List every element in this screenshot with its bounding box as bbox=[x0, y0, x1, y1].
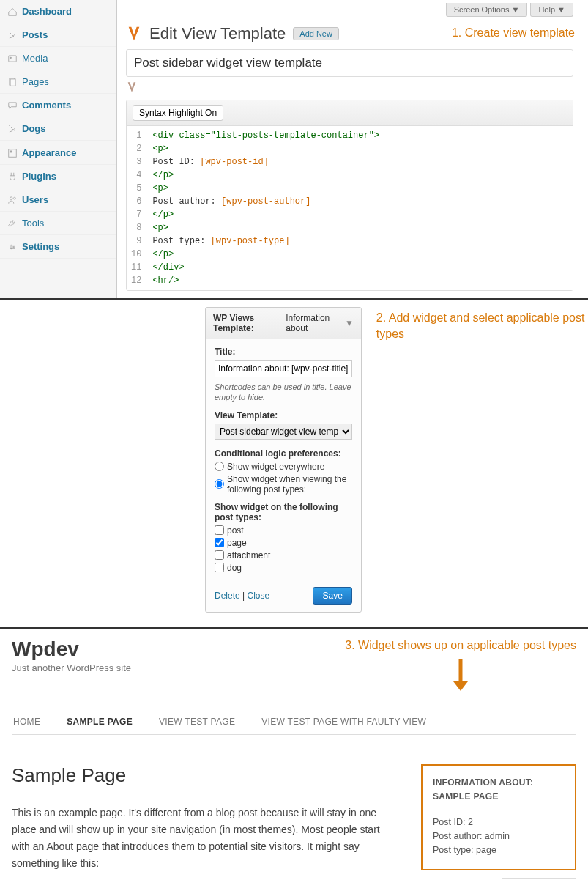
code-area[interactable]: 123456789101112 <div class="list-posts-t… bbox=[127, 126, 573, 290]
sidebar-item-settings[interactable]: Settings bbox=[0, 235, 116, 259]
down-arrow-icon bbox=[345, 658, 576, 698]
code-editor: Syntax Highlight On 123456789101112 <div… bbox=[126, 100, 573, 291]
sidebar-item-dogs[interactable]: Dogs bbox=[0, 117, 116, 141]
posts-icon bbox=[7, 30, 18, 40]
svg-rect-5 bbox=[10, 150, 12, 152]
conditional-logic-label: Conditional logic preferences: bbox=[215, 448, 352, 459]
view-template-label: View Template: bbox=[215, 410, 352, 421]
sidebar-item-label: Pages bbox=[22, 76, 49, 87]
nav-item[interactable]: HOME bbox=[13, 717, 40, 727]
sidebar-item-appearance[interactable]: Appearance bbox=[0, 141, 116, 165]
sidebar-item-label: Dogs bbox=[22, 123, 46, 134]
posttypes-label: Show widget on the following post types: bbox=[215, 502, 352, 522]
add-new-button[interactable]: Add New bbox=[293, 27, 339, 40]
tools-icon bbox=[7, 218, 18, 229]
widget-output-author: Post author: admin bbox=[433, 831, 565, 841]
sidebar-item-comments[interactable]: Comments bbox=[0, 94, 116, 117]
nav-item[interactable]: VIEW TEST PAGE WITH FAULTY VIEW bbox=[261, 717, 426, 727]
sidebar-item-pages[interactable]: Pages bbox=[0, 70, 116, 94]
sidebar-item-label: Appearance bbox=[22, 147, 76, 158]
dogs-icon bbox=[7, 124, 18, 134]
page-heading: Sample Page bbox=[12, 764, 399, 787]
views-small-icon bbox=[126, 81, 138, 93]
sidebar-item-dashboard[interactable]: Dashboard bbox=[0, 0, 116, 23]
page-title: Edit View Template bbox=[149, 24, 286, 43]
sidebar-item-label: Tools bbox=[22, 218, 44, 229]
widget-header-title: Information about bbox=[286, 313, 343, 333]
view-template-select[interactable]: Post sidebar widget view template bbox=[215, 424, 352, 440]
sidebar-item-label: Plugins bbox=[22, 171, 56, 182]
frontend-preview: Wpdev Just another WordPress site 3. Wid… bbox=[0, 629, 588, 891]
radio-show-posttypes[interactable]: Show widget when viewing the following p… bbox=[215, 474, 352, 495]
sidebar-item-plugins[interactable]: Plugins bbox=[0, 165, 116, 188]
comments-icon bbox=[7, 100, 18, 111]
widget-title-label: Title: bbox=[215, 347, 352, 357]
widget-output-postid: Post ID: 2 bbox=[433, 817, 565, 827]
svg-rect-4 bbox=[9, 149, 17, 157]
page-quote: Hi there! I'm a bike messenger by day, a… bbox=[12, 888, 399, 891]
sidebar-item-label: Settings bbox=[22, 241, 59, 252]
sidebar-item-posts[interactable]: Posts bbox=[0, 23, 116, 47]
widget-config-box: WP Views Template: Information about ▼ T… bbox=[205, 307, 362, 613]
close-link[interactable]: Close bbox=[247, 591, 269, 601]
dashboard-icon bbox=[7, 7, 18, 17]
appearance-icon bbox=[7, 148, 18, 158]
annotation-2: 2. Add widget and select applicable post… bbox=[376, 307, 588, 613]
syntax-highlight-button[interactable]: Syntax Highlight On bbox=[133, 105, 223, 121]
checkbox-page[interactable]: page bbox=[215, 538, 352, 548]
sidebar-item-label: Dashboard bbox=[22, 6, 72, 17]
wp-admin-main: Screen Options ▼ Help ▼ Edit View Templa… bbox=[117, 0, 588, 298]
sidebar-item-users[interactable]: Users bbox=[0, 188, 116, 212]
sidebar-widget-output: INFORMATION ABOUT: SAMPLE PAGE Post ID: … bbox=[421, 764, 576, 870]
svg-point-10 bbox=[10, 248, 12, 249]
media-icon bbox=[7, 53, 18, 64]
settings-icon bbox=[7, 242, 18, 252]
divider bbox=[502, 878, 576, 879]
delete-link[interactable]: Delete bbox=[215, 591, 240, 601]
svg-rect-0 bbox=[9, 55, 17, 61]
widget-header-prefix: WP Views Template: bbox=[213, 313, 284, 333]
sidebar-item-label: Users bbox=[22, 194, 48, 205]
checkbox-post[interactable]: post bbox=[215, 525, 352, 536]
sidebar-item-tools[interactable]: Tools bbox=[0, 212, 116, 235]
annotation-1: 1. Create view template bbox=[452, 26, 575, 40]
sidebar-item-label: Comments bbox=[22, 100, 71, 111]
checkbox-attachment[interactable]: attachment bbox=[215, 550, 352, 561]
radio-show-everywhere[interactable]: Show widget everywhere bbox=[215, 462, 352, 472]
annotation-3: 3. Widget shows up on applicable post ty… bbox=[345, 637, 576, 654]
site-title: Wpdev bbox=[12, 637, 131, 661]
widget-output-type: Post type: page bbox=[433, 845, 565, 855]
screen-options-tab[interactable]: Screen Options ▼ bbox=[446, 3, 528, 17]
widget-title-hint: Shortcodes can be used in title. Leave e… bbox=[215, 382, 352, 403]
frontend-nav: HOMESAMPLE PAGEVIEW TEST PAGEVIEW TEST P… bbox=[12, 709, 576, 735]
svg-point-1 bbox=[10, 56, 12, 58]
widget-title-input[interactable] bbox=[215, 360, 352, 377]
sidebar-item-label: Media bbox=[22, 53, 48, 64]
nav-item[interactable]: VIEW TEST PAGE bbox=[159, 717, 235, 727]
checkbox-dog[interactable]: dog bbox=[215, 563, 352, 573]
wp-admin-sidebar: DashboardPostsMediaPagesCommentsDogsAppe… bbox=[0, 0, 117, 298]
sidebar-item-label: Posts bbox=[22, 29, 48, 40]
svg-point-7 bbox=[13, 197, 15, 199]
site-tagline: Just another WordPress site bbox=[12, 662, 131, 673]
widget-header[interactable]: WP Views Template: Information about ▼ bbox=[206, 308, 361, 339]
svg-rect-3 bbox=[10, 78, 15, 85]
save-button[interactable]: Save bbox=[313, 587, 351, 605]
wp-admin-area: DashboardPostsMediaPagesCommentsDogsAppe… bbox=[0, 0, 588, 298]
collapse-icon[interactable]: ▼ bbox=[345, 318, 354, 328]
users-icon bbox=[7, 195, 18, 205]
svg-point-6 bbox=[10, 196, 13, 199]
pages-icon bbox=[7, 77, 18, 87]
svg-point-8 bbox=[10, 244, 12, 245]
widget-output-heading: INFORMATION ABOUT: SAMPLE PAGE bbox=[433, 776, 565, 804]
nav-item[interactable]: SAMPLE PAGE bbox=[67, 717, 133, 727]
plugins-icon bbox=[7, 171, 18, 182]
help-tab[interactable]: Help ▼ bbox=[530, 3, 573, 17]
page-paragraph: This is an example page. It's different … bbox=[12, 805, 399, 872]
views-logo-icon bbox=[126, 26, 142, 42]
sidebar-item-media[interactable]: Media bbox=[0, 47, 116, 70]
template-title-input[interactable] bbox=[126, 49, 573, 77]
svg-point-9 bbox=[13, 246, 15, 248]
